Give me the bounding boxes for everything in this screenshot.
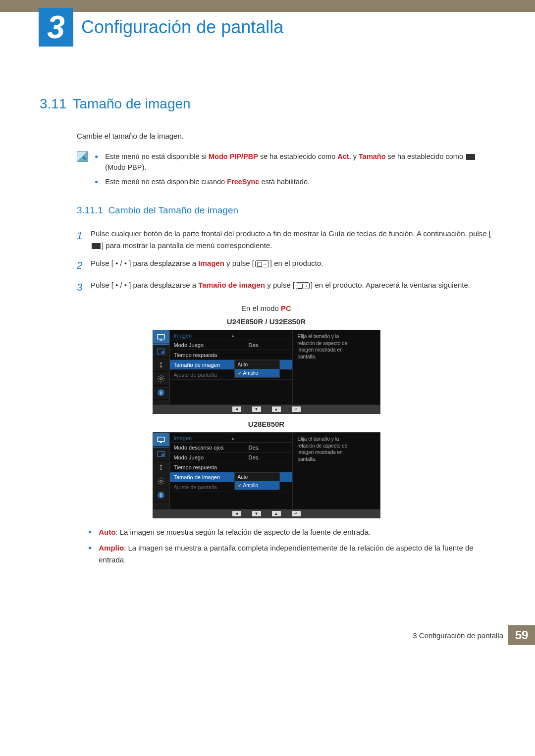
svg-rect-8 <box>160 442 162 443</box>
nav-enter-icon: ↵ <box>292 511 301 516</box>
menu-row-tiempo: Tiempo respuesta <box>170 350 292 360</box>
osd-sidebar: i <box>153 330 170 404</box>
dropdown-option-auto: Auto <box>235 473 279 481</box>
chapter-number-badge: 3 <box>39 8 73 47</box>
nav-up-icon: ▲ <box>272 406 281 412</box>
step-item: 1 Pulse cualquier botón de la parte fron… <box>77 228 493 252</box>
svg-text:i: i <box>160 492 162 498</box>
menu-row-modo-juego: Modo JuegoDes. <box>170 453 292 462</box>
model-label-1: U24E850R / U32E850R <box>40 317 493 326</box>
dropdown-options: Auto ✔Amplio <box>234 360 280 378</box>
dropdown-option-auto: Auto <box>235 360 279 369</box>
sidebar-display-icon <box>153 460 169 474</box>
model-label-2: U28E850R <box>40 420 493 428</box>
nav-left-icon: ◄ <box>232 406 241 412</box>
subsection-number: 3.11.1 <box>77 205 103 215</box>
footer-chapter-text: 3 Configuración de pantalla <box>413 631 503 640</box>
nav-enter-icon: ↵ <box>292 406 301 412</box>
intro-paragraph: Cambie el tamaño de la imagen. <box>77 132 493 140</box>
dropdown-option-amplio: ✔Amplio <box>235 369 279 377</box>
sidebar-pip-icon <box>153 344 169 358</box>
dropdown-option-amplio: ✔Amplio <box>235 481 279 490</box>
mode-label: En el modo PC <box>40 304 493 312</box>
svg-point-11 <box>160 480 162 483</box>
sidebar-settings-icon <box>153 474 169 488</box>
section-number: 3.11 <box>40 96 67 111</box>
sidebar-display-icon <box>153 358 169 372</box>
enter-button-icon <box>296 282 310 289</box>
note-icon <box>77 151 88 162</box>
osd-description: Elija el tamaño y la relación de aspecto… <box>293 330 357 404</box>
chapter-title: Configuración de pantalla <box>81 17 283 38</box>
sidebar-info-icon: i <box>153 488 169 502</box>
sidebar-settings-icon <box>153 372 169 386</box>
menu-row-modo-descanso: Modo descanso ojosDes. <box>170 443 292 453</box>
menu-row-modo-juego: Modo JuegoDes. <box>170 340 292 350</box>
note-block: ● Este menú no está disponible si Modo P… <box>77 151 493 190</box>
menu-button-icon <box>92 243 101 249</box>
bullet-icon: ● <box>88 542 92 566</box>
dropdown-options: Auto ✔Amplio <box>234 472 280 490</box>
osd-nav-footer: ◄ ▼ ▲ ↵ <box>153 509 380 518</box>
bullet-icon: ● <box>88 526 92 538</box>
bullet-icon: ● <box>95 151 98 173</box>
nav-up-icon: ▲ <box>272 511 281 516</box>
note-item: ● Este menú no está disponible si Modo P… <box>95 151 493 173</box>
nav-down-icon: ▼ <box>252 406 261 412</box>
bullet-icon: ● <box>95 176 98 187</box>
svg-text:i: i <box>160 390 162 396</box>
step-item: 2 Pulse [ • / • ] para desplazarse a Ima… <box>77 257 493 273</box>
osd-description: Elija el tamaño y la relación de aspecto… <box>293 433 357 509</box>
section-heading: 3.11Tamaño de imagen <box>40 96 493 112</box>
sidebar-image-icon <box>153 433 169 447</box>
chapter-header: 3 Configuración de pantalla <box>0 8 535 47</box>
osd-sidebar: i <box>153 433 170 509</box>
svg-rect-1 <box>160 340 162 341</box>
section-title: Tamaño de imagen <box>73 96 191 111</box>
svg-rect-7 <box>158 437 164 442</box>
svg-rect-10 <box>161 454 164 456</box>
svg-rect-0 <box>158 335 164 339</box>
note-item: ● Este menú no está disponible cuando Fr… <box>95 176 493 187</box>
steps-list: 1 Pulse cualquier botón de la parte fron… <box>77 228 493 295</box>
nav-left-icon: ◄ <box>232 511 241 516</box>
enter-button-icon <box>255 260 269 267</box>
svg-rect-3 <box>161 351 164 353</box>
osd-nav-footer: ◄ ▼ ▲ ↵ <box>153 404 380 413</box>
description-item: ● Auto: La imagen se muestra según la re… <box>88 526 493 538</box>
osd-screenshot-2: i Imagen▲ Modo descanso ojosDes. Modo Ju… <box>153 432 380 518</box>
page-number: 59 <box>508 625 535 645</box>
nav-down-icon: ▼ <box>252 511 261 516</box>
pbp-icon <box>466 154 475 160</box>
osd-menu-header: Imagen▲ <box>170 330 292 340</box>
menu-row-tiempo: Tiempo respuesta <box>170 462 292 472</box>
description-list: ● Auto: La imagen se muestra según la re… <box>88 526 493 566</box>
step-item: 3 Pulse [ • / • ] para desplazarse a Tam… <box>77 279 493 295</box>
subsection-title: Cambio del Tamaño de imagen <box>108 205 238 215</box>
osd-screenshot-1: i Imagen▲ Modo JuegoDes. Tiempo respuest… <box>153 330 380 414</box>
description-item: ● Amplio: La imagen se muestra a pantall… <box>88 542 493 566</box>
sidebar-info-icon: i <box>153 386 169 400</box>
sidebar-image-icon <box>153 330 169 344</box>
subsection-heading: 3.11.1 Cambio del Tamaño de imagen <box>77 205 493 216</box>
sidebar-pip-icon <box>153 447 169 460</box>
svg-point-4 <box>160 378 162 380</box>
osd-menu-header: Imagen▲ <box>170 433 292 443</box>
page-footer: 3 Configuración de pantalla 59 <box>0 625 535 645</box>
